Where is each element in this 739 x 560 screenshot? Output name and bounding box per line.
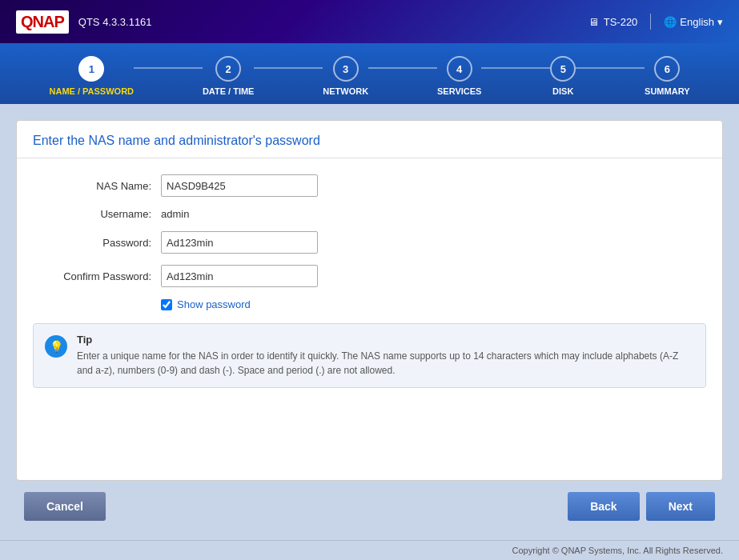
step-2: 2 DATE / TIME [203,56,255,96]
logo-box: QNAP [16,10,69,34]
step-5-label: DISK [552,86,573,96]
step-1-circle: 1 [78,56,104,82]
device-name: TS-220 [604,16,638,28]
step-6-label: SUMMARY [645,86,689,96]
cancel-button[interactable]: Cancel [24,492,106,521]
step-line-1-2 [134,67,203,69]
tip-box: 💡 Tip Enter a unique name for the NAS in… [33,323,706,388]
tip-icon: 💡 [45,335,67,358]
confirm-password-row: Confirm Password: [33,265,706,287]
step-3-label: NETWORK [323,86,368,96]
device-info: 🖥 TS-220 [588,16,638,28]
password-label: Password: [33,237,161,249]
step-2-circle: 2 [215,56,241,82]
step-line-4-5 [481,67,550,69]
vertical-divider [650,14,651,30]
step-1-label: NAME / PASSWORD [50,86,135,96]
language-label: English [680,16,714,28]
nas-name-label: NAS Name: [33,180,161,192]
step-6: 6 SUMMARY [645,56,689,96]
main-content: Enter the NAS name and administrator's p… [0,104,739,540]
step-3-circle: 3 [333,56,359,82]
language-selector[interactable]: 🌐 English ▾ [664,16,723,28]
step-4-label: SERVICES [437,86,481,96]
password-input[interactable] [161,231,318,254]
step-1: 1 NAME / PASSWORD [50,56,135,96]
tip-content: Tip Enter a unique name for the NAS in o… [77,334,694,378]
confirm-password-input[interactable] [161,265,318,287]
copyright-bar: Copyright © QNAP Systems, Inc. All Right… [0,540,739,560]
header-left: QNAP QTS 4.3.3.1161 [16,10,152,34]
steps-container: 1 NAME / PASSWORD 2 DATE / TIME 3 NETWOR… [50,56,690,96]
nas-name-input[interactable] [161,174,318,197]
tip-title: Tip [77,334,694,346]
step-5-circle: 5 [550,56,576,82]
header: QNAP QTS 4.3.3.1161 🖥 TS-220 🌐 English ▾ [0,0,739,43]
next-button[interactable]: Next [646,492,715,521]
show-password-label[interactable]: Show password [177,298,251,310]
step-line-3-4 [368,67,437,69]
nas-name-row: NAS Name: [33,174,706,197]
confirm-password-label: Confirm Password: [33,270,161,282]
step-3: 3 NETWORK [323,56,368,96]
step-4: 4 SERVICES [437,56,481,96]
show-password-checkbox[interactable] [161,299,172,310]
device-icon: 🖥 [588,16,599,28]
qts-version: QTS 4.3.3.1161 [78,16,152,28]
logo-text: QNAP [21,13,64,30]
wizard-bar: 1 NAME / PASSWORD 2 DATE / TIME 3 NETWOR… [0,43,739,104]
back-button[interactable]: Back [568,492,639,521]
step-4-circle: 4 [447,56,472,82]
username-value: admin [161,208,189,220]
qnap-logo: QNAP [16,10,69,34]
username-label: Username: [33,208,161,220]
password-row: Password: [33,231,706,254]
content-panel: Enter the NAS name and administrator's p… [16,120,723,481]
panel-body: NAS Name: Username: admin Password: Conf… [17,158,722,404]
step-5: 5 DISK [550,56,576,96]
username-row: Username: admin [33,208,706,220]
panel-title: Enter the NAS name and administrator's p… [17,121,722,158]
header-right: 🖥 TS-220 🌐 English ▾ [588,14,723,30]
step-line-5-6 [576,67,645,69]
step-line-2-3 [254,67,323,69]
globe-icon: 🌐 [664,16,677,28]
btn-right: Back Next [568,492,715,521]
dropdown-icon: ▾ [717,16,723,28]
footer-buttons: Cancel Back Next [16,481,723,532]
copyright-text: Copyright © QNAP Systems, Inc. All Right… [512,546,723,555]
step-6-circle: 6 [654,56,680,82]
step-2-label: DATE / TIME [203,86,255,96]
tip-text: Enter a unique name for the NAS in order… [77,349,694,378]
show-password-row: Show password [161,298,706,310]
